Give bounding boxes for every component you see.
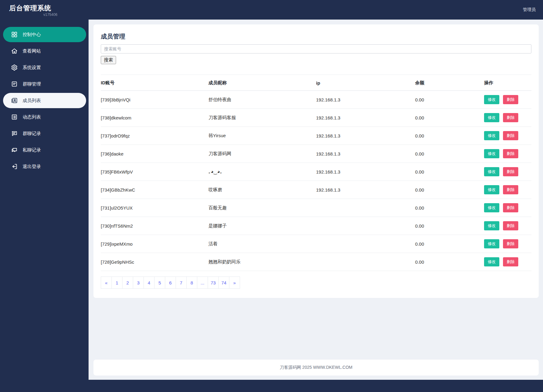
sidebar-item-group-manage[interactable]: 群聊管理 <box>3 76 86 92</box>
delete-button[interactable]: 删除 <box>503 203 518 212</box>
cell-ip <box>316 235 415 253</box>
cell-actions: 修改 删除 <box>484 163 531 181</box>
current-user-label[interactable]: 管理员 <box>523 7 536 12</box>
cell-ip: 192.168.1.3 <box>316 109 415 127</box>
cell-id: [731]ul2O5YUX <box>101 199 209 217</box>
table-row: [735]FB6xWfpV ｡◕‿◕｡ 192.168.1.3 0.00 修改 … <box>101 163 531 181</box>
sidebar-item-label: 查看网站 <box>23 48 41 54</box>
edit-button[interactable]: 修改 <box>484 257 499 266</box>
cell-actions: 修改 删除 <box>484 253 531 271</box>
table-row: [729]ixpeMXmo 活着 0.00 修改 删除 <box>101 235 531 253</box>
content-area: 成员管理 搜索 ID账号 成员昵称 ip 余额 操作 [739]3bBjnVQi… <box>89 20 543 380</box>
cell-actions: 修改 删除 <box>484 109 531 127</box>
cell-nickname: 韩Yirsue <box>209 127 316 145</box>
delete-button[interactable]: 删除 <box>503 221 518 230</box>
pagination-page-2[interactable]: 2 <box>122 277 133 289</box>
pagination-page-8[interactable]: 8 <box>186 277 197 289</box>
cell-nickname: 刀客源码网 <box>209 145 316 163</box>
delete-button[interactable]: 删除 <box>503 185 518 194</box>
cell-id: [734]GBbZhKwC <box>101 181 209 199</box>
table-row: [736]daoke 刀客源码网 192.168.1.3 0.00 修改 删除 <box>101 145 531 163</box>
cell-id: [735]FB6xWfpV <box>101 163 209 181</box>
app-version: v175406 <box>9 13 57 17</box>
sidebar-item-system-settings[interactable]: 系统设置 <box>3 60 86 75</box>
edit-button[interactable]: 修改 <box>484 167 499 176</box>
edit-button[interactable]: 修改 <box>484 149 499 158</box>
cell-balance: 0.00 <box>415 217 484 235</box>
logout-icon <box>11 163 18 170</box>
delete-button[interactable]: 删除 <box>503 167 518 176</box>
column-header-balance: 余额 <box>415 75 484 91</box>
edit-button[interactable]: 修改 <box>484 185 499 194</box>
cell-ip <box>316 217 415 235</box>
topbar-user-area: 管理员 <box>523 0 543 13</box>
member-card-icon <box>11 97 18 104</box>
message-square-icon <box>11 81 18 87</box>
pagination-page-7[interactable]: 7 <box>176 277 187 289</box>
delete-button[interactable]: 删除 <box>503 239 518 248</box>
cell-balance: 0.00 <box>415 163 484 181</box>
delete-button[interactable]: 删除 <box>503 95 518 104</box>
pagination-page-6[interactable]: 6 <box>165 277 176 289</box>
table-row: [728]Ge9pNHSc 翘翘和奶奶同乐 0.00 修改 删除 <box>101 253 531 271</box>
cell-id: [739]3bBjnVQi <box>101 91 209 109</box>
sidebar-item-group-records[interactable]: 群聊记录 <box>3 126 86 141</box>
pagination-next[interactable]: » <box>229 277 240 289</box>
cell-id: [736]daoke <box>101 145 209 163</box>
edit-button[interactable]: 修改 <box>484 113 499 122</box>
table-row: [730]nfTS6Nm2 是娜娜子 0.00 修改 删除 <box>101 217 531 235</box>
cell-actions: 修改 删除 <box>484 145 531 163</box>
edit-button[interactable]: 修改 <box>484 131 499 140</box>
edit-button[interactable]: 修改 <box>484 95 499 104</box>
cell-actions: 修改 删除 <box>484 235 531 253</box>
delete-button[interactable]: 删除 <box>503 113 518 122</box>
pagination-page-5[interactable]: 5 <box>154 277 165 289</box>
cell-actions: 修改 删除 <box>484 217 531 235</box>
sidebar-item-label: 控制中心 <box>23 32 41 38</box>
sidebar-item-feed-list[interactable]: 动态列表 <box>3 109 86 125</box>
sidebar-item-view-site[interactable]: 查看网站 <box>3 43 86 59</box>
delete-button[interactable]: 删除 <box>503 131 518 140</box>
cell-balance: 0.00 <box>415 91 484 109</box>
cell-actions: 修改 删除 <box>484 181 531 199</box>
edit-button[interactable]: 修改 <box>484 239 499 248</box>
table-header-row: ID账号 成员昵称 ip 余额 操作 <box>101 75 531 91</box>
cell-ip: 192.168.1.3 <box>316 145 415 163</box>
cell-actions: 修改 删除 <box>484 91 531 109</box>
cell-balance: 0.00 <box>415 145 484 163</box>
pagination-page-4[interactable]: 4 <box>144 277 155 289</box>
pagination-page-1[interactable]: 1 <box>111 277 122 289</box>
sidebar-item-label: 退出登录 <box>23 164 41 170</box>
delete-button[interactable]: 删除 <box>503 149 518 158</box>
pagination-prev[interactable]: « <box>101 277 112 289</box>
sidebar-item-private-records[interactable]: 私聊记录 <box>3 142 86 158</box>
column-header-nickname: 成员昵称 <box>209 75 316 91</box>
cell-ip: 192.168.1.3 <box>316 91 415 109</box>
delete-button[interactable]: 删除 <box>503 257 518 266</box>
cell-ip: 192.168.1.3 <box>316 181 415 199</box>
pagination-page-3[interactable]: 3 <box>133 277 144 289</box>
table-row: [739]3bBjnVQi 舒伯特夜曲 192.168.1.3 0.00 修改 … <box>101 91 531 109</box>
cell-ip <box>316 199 415 217</box>
table-row: [737]odrO9fqz 韩Yirsue 192.168.1.3 0.00 修… <box>101 127 531 145</box>
cell-nickname: 哎啄磨 <box>209 181 316 199</box>
sidebar-item-control-center[interactable]: 控制中心 <box>3 27 86 42</box>
sidebar-item-label: 动态列表 <box>23 114 41 120</box>
cell-nickname: 舒伯特夜曲 <box>209 91 316 109</box>
search-button[interactable]: 搜索 <box>101 56 116 64</box>
pagination-ellipsis: ... <box>197 277 208 289</box>
cell-nickname: ｡◕‿◕｡ <box>209 163 316 181</box>
cell-ip: 192.168.1.3 <box>316 163 415 181</box>
cell-actions: 修改 删除 <box>484 127 531 145</box>
pagination-page-73[interactable]: 73 <box>208 277 219 289</box>
sidebar-item-logout[interactable]: 退出登录 <box>3 159 86 174</box>
chat-bubbles-icon <box>11 147 18 153</box>
edit-button[interactable]: 修改 <box>484 203 499 212</box>
search-input[interactable] <box>101 44 531 53</box>
sidebar-item-member-list[interactable]: 成员列表 <box>3 93 86 108</box>
home-icon <box>11 48 18 54</box>
pagination-page-74[interactable]: 74 <box>218 277 229 289</box>
members-table: ID账号 成员昵称 ip 余额 操作 [739]3bBjnVQi 舒伯特夜曲 1… <box>101 75 531 271</box>
edit-button[interactable]: 修改 <box>484 221 499 230</box>
cell-id: [728]Ge9pNHSc <box>101 253 209 271</box>
